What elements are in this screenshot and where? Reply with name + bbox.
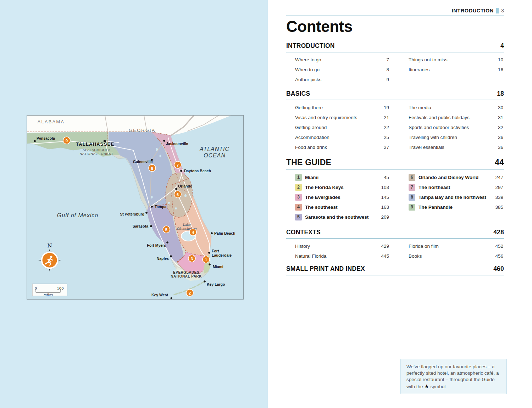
header-rule <box>286 15 504 16</box>
gulf-of-mexico-label: Gulf of Mexico <box>57 212 98 218</box>
atlantic-ocean-label-2: OCEAN <box>204 152 226 158</box>
star-icon: ★ <box>424 383 429 389</box>
guide-chapter-entry: 4The southeast163 <box>295 202 389 212</box>
florida-region-map: ALABAMA GEORGIA ATLANTIC OCEAN Gulf of M… <box>27 115 244 300</box>
chapter-number-chip: 2 <box>295 184 302 191</box>
chapter-number-chip: 8 <box>409 194 415 201</box>
scale-hundred: 100 <box>57 286 63 290</box>
toc-entry: Getting around22 <box>295 122 389 132</box>
orlando-label: Orlando <box>178 184 192 188</box>
toc-entry: Travelling with children36 <box>409 132 503 142</box>
header-accent-bar <box>496 8 499 13</box>
left-page-panel: ALABAMA GEORGIA ATLANTIC OCEAN Gulf of M… <box>0 0 268 408</box>
book-contents-page: ALABAMA GEORGIA ATLANTIC OCEAN Gulf of M… <box>0 0 532 408</box>
section-contexts: CONTEXTS 428 History429 Natural Florida4… <box>286 229 504 261</box>
guide-chapter-entry: 2The Florida Keys103 <box>295 182 389 192</box>
toc-entry: Books456 <box>409 251 503 261</box>
toc-entry: Author picks9 <box>295 74 389 84</box>
jacksonville-label: Jacksonville <box>166 141 188 146</box>
toc-entry: Itineraries16 <box>409 65 503 74</box>
section-title: SMALL PRINT AND INDEX <box>286 265 365 273</box>
key-west-label: Key West <box>151 293 168 297</box>
section-title: INTRODUCTION <box>286 42 335 50</box>
section-basics: BASICS 18 Getting there19 Visas and entr… <box>286 90 504 152</box>
favourites-note-box: We’ve flagged up our favourite places – … <box>400 359 506 394</box>
marker-4: 4 <box>189 229 196 236</box>
naples-label: Naples <box>157 256 169 261</box>
marker-8: 8 <box>149 164 156 172</box>
scale-bar: 0 100 miles <box>32 284 67 297</box>
map-svg: ALABAMA GEORGIA ATLANTIC OCEAN Gulf of M… <box>27 116 243 299</box>
chapter-number-chip: 9 <box>409 204 415 211</box>
toc-entry: Accommodation25 <box>295 132 389 142</box>
tampa-label: Tampa <box>155 205 166 209</box>
svg-text:1: 1 <box>205 258 207 262</box>
marker-1: 1 <box>203 256 210 263</box>
compass-north-label: N <box>47 242 52 249</box>
section-small-print: SMALL PRINT AND INDEX 460 <box>286 265 504 275</box>
sarasota-label: Sarasota <box>133 224 149 228</box>
section-page-number: 18 <box>497 90 504 97</box>
svg-text:7: 7 <box>177 163 179 167</box>
gainesville-label: Gainesville <box>133 160 153 164</box>
toc-entry: Natural Florida445 <box>295 251 389 261</box>
toc-entry: When to go8 <box>295 65 389 74</box>
scale-unit: miles <box>43 293 53 297</box>
daytona-beach-label: Daytona Beach <box>184 169 211 173</box>
contents-panel: INTRODUCTION 3 Contents INTRODUCTION 4 W… <box>286 0 504 408</box>
svg-text:6: 6 <box>177 192 179 197</box>
key-largo-label: Key Largo <box>207 282 225 286</box>
section-title: CONTEXTS <box>286 229 321 236</box>
guide-chapter-entry: 8Tampa Bay and the northwest339 <box>409 192 503 202</box>
section-rule <box>286 275 504 275</box>
section-the-guide: THE GUIDE 44 1Miami45 2The Florida Keys1… <box>286 158 504 222</box>
note-text-suffix: symbol <box>431 384 446 389</box>
chapter-number-chip: 3 <box>295 194 302 201</box>
toc-entry: The media30 <box>409 102 503 112</box>
chapter-number-chip: 4 <box>295 204 302 211</box>
marker-2: 2 <box>186 289 193 296</box>
marker-7: 7 <box>174 161 181 168</box>
svg-text:5: 5 <box>165 228 168 232</box>
running-header: INTRODUCTION 3 <box>452 8 504 13</box>
toc-entry: Food and drink27 <box>295 142 389 152</box>
apalachicola-label-1: APALACHICOLA <box>83 148 110 152</box>
everglades-label-1: EVERGLADES <box>173 270 199 274</box>
chapter-number-chip: 6 <box>409 174 415 181</box>
tallahassee-label: TALLAHASSEE <box>76 141 114 147</box>
georgia-label: GEORGIA <box>129 128 156 133</box>
svg-text:4: 4 <box>192 230 194 235</box>
toc-entry: Getting there19 <box>295 102 389 112</box>
marker-9: 9 <box>63 137 70 144</box>
st-petersburg-label: St Petersburg <box>120 212 144 216</box>
toc-entry: Things not to miss10 <box>409 55 503 65</box>
atlantic-ocean-label-1: ATLANTIC <box>199 146 229 152</box>
marker-6: 6 <box>174 191 181 198</box>
marker-3: 3 <box>188 255 195 262</box>
svg-text:9: 9 <box>66 139 68 143</box>
running-header-section: INTRODUCTION <box>452 8 494 13</box>
page-title: Contents <box>286 18 353 35</box>
toc-entry: Travel essentials36 <box>409 142 503 152</box>
chapter-number-chip: 7 <box>409 184 415 191</box>
guide-chapter-entry: 5Sarasota and the southwest209 <box>295 212 389 222</box>
toc-entry: History429 <box>295 241 389 251</box>
toc-entry: Sports and outdoor activities32 <box>409 122 503 132</box>
chapter-number-chip: 5 <box>295 214 302 220</box>
everglades-label-2: NATIONAL PARK <box>171 274 202 278</box>
toc-entry: Visas and entry requirements21 <box>295 112 389 122</box>
toc-entry: Florida on film452 <box>409 241 503 251</box>
note-text: We’ve flagged up our favourite places – … <box>406 364 499 389</box>
fort-lauderdale-label-2: Lauderdale <box>212 253 232 257</box>
guide-chapter-entry: 9The Panhandle385 <box>409 202 503 212</box>
lake-okeechobee-label-1: Lake <box>183 223 191 227</box>
running-header-page-number: 3 <box>501 8 504 13</box>
fort-lauderdale-label-1: Fort <box>212 249 219 253</box>
toc-entry: Festivals and public holidays31 <box>409 112 503 122</box>
section-title: THE GUIDE <box>286 158 331 167</box>
section-title: BASICS <box>286 90 310 97</box>
section-page-number: 428 <box>493 229 504 236</box>
pensacola-label: Pensacola <box>37 136 55 140</box>
miami-label: Miami <box>213 264 223 269</box>
alabama-label: ALABAMA <box>38 119 65 124</box>
